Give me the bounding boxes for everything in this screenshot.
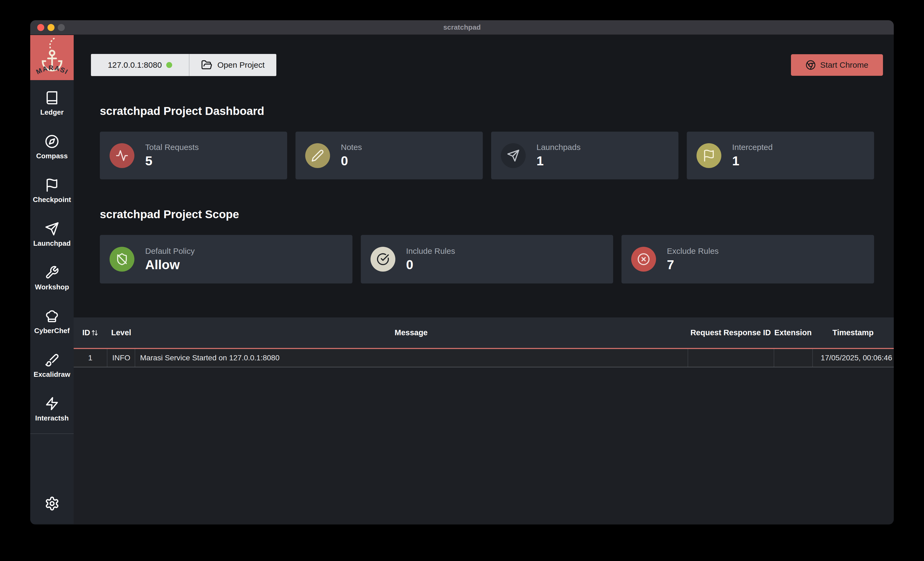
stat-icon-circle <box>110 143 134 168</box>
sidebar-item-label: Launchpad <box>33 239 71 248</box>
sidebar-item-workshop[interactable]: Workshop <box>30 256 74 300</box>
sidebar-item-launchpad[interactable]: Launchpad <box>30 213 74 256</box>
sidebar-item-compass[interactable]: Compass <box>30 126 74 169</box>
pencil-icon <box>311 149 324 162</box>
send-icon <box>45 222 59 236</box>
sidebar: MARASI Ledger Compass Checkpoint <box>30 35 74 524</box>
app-window: scratchpad MARASI <box>30 20 894 525</box>
marasi-logo: MARASI <box>30 35 74 80</box>
sidebar-item-label: Interactsh <box>35 414 69 422</box>
scope-value: 0 <box>406 257 455 272</box>
topbar: 127.0.0.1:8080 Open Project Start Chrome <box>74 54 894 76</box>
window-title: scratchpad <box>443 23 481 31</box>
flag-icon <box>45 178 59 192</box>
scope-card-include-rules: Include Rules0 <box>361 235 614 283</box>
scope-label: Exclude Rules <box>667 247 718 256</box>
book-icon <box>45 91 59 105</box>
titlebar: scratchpad <box>30 20 894 35</box>
scope-label: Include Rules <box>406 247 455 256</box>
sidebar-item-ledger[interactable]: Ledger <box>30 82 74 126</box>
anchor-logo-icon: MARASI <box>33 37 71 78</box>
scope-value: 7 <box>667 257 718 272</box>
sidebar-divider <box>30 434 74 434</box>
chrome-icon <box>806 60 816 70</box>
log-cell-message: Marasi Service Started on 127.0.0.1:8080 <box>135 349 688 367</box>
log-table-header: ID Level Message Request Response ID Ext… <box>74 317 894 348</box>
stat-icon-circle <box>501 143 526 168</box>
scope-icon-circle <box>110 247 134 272</box>
stat-card-notes: Notes0 <box>296 132 483 180</box>
column-header-id[interactable]: ID <box>74 328 107 337</box>
scope-label: Default Policy <box>145 247 195 256</box>
open-project-label: Open Project <box>217 60 264 70</box>
stat-card-total-requests: Total Requests5 <box>100 132 287 180</box>
zoom-window-button[interactable] <box>58 24 65 31</box>
wrench-icon <box>45 265 59 280</box>
log-row[interactable]: 1 INFO Marasi Service Started on 127.0.0… <box>74 349 894 367</box>
sidebar-nav: Ledger Compass Checkpoint Launchpad Work… <box>30 80 74 431</box>
send-icon <box>507 149 520 162</box>
stat-value: 5 <box>145 154 199 168</box>
main-content: 127.0.0.1:8080 Open Project Start Chrome… <box>74 35 894 524</box>
sidebar-item-label: Excalidraw <box>34 370 70 378</box>
brush-icon <box>45 353 59 367</box>
scope-value: Allow <box>145 257 195 272</box>
scope-icon-circle <box>631 247 656 272</box>
settings-button[interactable] <box>30 496 74 524</box>
dashboard-cards: Total Requests5 Notes0 Launchpads1 <box>100 132 874 180</box>
stat-label: Launchpads <box>537 143 580 152</box>
scope-cards: Default PolicyAllow Include Rules0 Exclu… <box>100 235 874 283</box>
minimize-window-button[interactable] <box>48 24 54 31</box>
log-cell-extension <box>774 349 812 367</box>
scope-title: scratchpad Project Scope <box>100 208 874 221</box>
column-header-extension: Extension <box>774 328 812 337</box>
window-controls <box>37 20 65 34</box>
stat-label: Intercepted <box>732 143 772 152</box>
column-header-timestamp: Timestamp <box>812 328 894 337</box>
proxy-status-dot <box>166 62 172 68</box>
log-cell-id: 1 <box>74 349 107 367</box>
zap-icon <box>45 396 59 411</box>
stat-card-intercepted: Intercepted1 <box>687 132 874 180</box>
start-chrome-button[interactable]: Start Chrome <box>791 54 883 76</box>
stat-label: Total Requests <box>145 143 199 152</box>
sidebar-item-cyberchef[interactable]: CyberChef <box>30 300 74 344</box>
sidebar-item-checkpoint[interactable]: Checkpoint <box>30 169 74 213</box>
sidebar-item-label: Compass <box>36 152 68 160</box>
sidebar-item-interactsh[interactable]: Interactsh <box>30 387 74 431</box>
dashboard-title: scratchpad Project Dashboard <box>100 105 874 118</box>
log-cell-timestamp: 17/05/2025, 00:06:46 <box>812 349 894 367</box>
close-window-button[interactable] <box>37 24 44 31</box>
open-project-button[interactable]: Open Project <box>189 54 276 76</box>
x-circle-icon <box>637 253 650 266</box>
column-header-request-response-id: Request Response ID <box>688 328 774 337</box>
stat-value: 0 <box>341 154 362 168</box>
chef-hat-icon <box>45 309 59 323</box>
sidebar-item-label: Checkpoint <box>33 196 71 204</box>
scope-card-exclude-rules: Exclude Rules7 <box>621 235 874 283</box>
check-circle-icon <box>376 253 389 266</box>
sidebar-item-label: CyberChef <box>34 327 70 335</box>
stat-label: Notes <box>341 143 362 152</box>
scope-icon-circle <box>370 247 395 272</box>
sidebar-item-label: Ledger <box>40 108 64 117</box>
stat-icon-circle <box>696 143 722 168</box>
proxy-address-button[interactable]: 127.0.0.1:8080 <box>91 54 189 76</box>
stat-card-launchpads: Launchpads1 <box>491 132 678 180</box>
activity-icon <box>116 149 129 162</box>
folder-open-icon <box>201 59 212 71</box>
log-cell-request-response-id <box>688 349 774 367</box>
log-cell-level: INFO <box>107 349 135 367</box>
flag-icon <box>702 149 716 162</box>
compass-icon <box>45 134 59 149</box>
dashboard-section: scratchpad Project Dashboard Total Reque… <box>74 76 894 283</box>
start-chrome-label: Start Chrome <box>820 60 868 70</box>
scope-card-default-policy: Default PolicyAllow <box>100 235 352 283</box>
stat-icon-circle <box>305 143 330 168</box>
sort-arrows-icon <box>91 329 98 336</box>
shield-off-icon <box>116 253 129 266</box>
column-header-message: Message <box>135 328 688 337</box>
sidebar-item-excalidraw[interactable]: Excalidraw <box>30 344 74 387</box>
sidebar-item-label: Workshop <box>35 283 69 291</box>
stat-value: 1 <box>732 154 772 168</box>
